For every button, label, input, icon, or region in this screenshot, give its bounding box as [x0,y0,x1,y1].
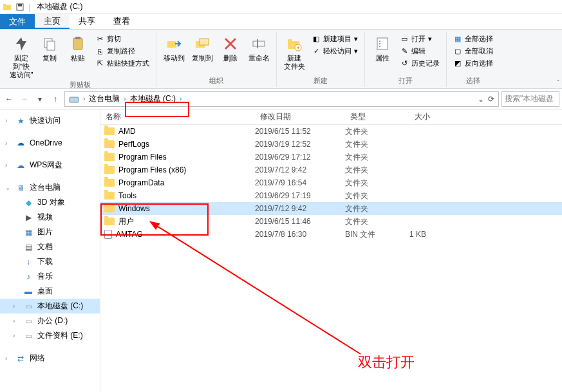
ribbon-collapse-icon[interactable]: ˆ [557,79,559,87]
file-type: 文件夹 [345,191,409,201]
sidebar-quick-access[interactable]: ›★快速访问 [0,113,100,128]
edit-button[interactable]: ✎编辑 [397,46,442,57]
paste-button[interactable]: 粘贴 [64,32,91,62]
file-name: Windows [118,204,150,213]
copy-to-button[interactable]: 复制到 [189,32,216,62]
col-size[interactable]: 大小 [409,111,461,122]
save-icon[interactable] [15,3,24,12]
sidebar-office-d[interactable]: ›▭办公 (D:) [0,313,100,328]
rename-icon [250,35,268,53]
select-group-label: 选择 [451,76,496,87]
copy-path-button[interactable]: ⎘复制路径 [93,46,152,57]
file-row[interactable]: Windows2019/7/12 9:42文件夹 [100,202,562,215]
rename-button[interactable]: 重命名 [245,32,272,62]
file-row[interactable]: PerfLogs2019/3/19 12:52文件夹 [100,138,562,151]
file-row[interactable]: AMD2019/6/15 11:52文件夹 [100,125,562,138]
sidebar-music[interactable]: ♪音乐 [0,269,100,284]
addressbar[interactable]: › 这台电脑 › 本地磁盘 (C:) › ⌄ ⟳ [64,91,499,107]
svg-rect-14 [288,39,292,42]
paste-shortcut-button[interactable]: ⇱粘贴快捷方式 [93,58,152,69]
crumb-this-pc[interactable]: 这台电脑 [86,93,122,104]
sidebar-downloads[interactable]: ↓下载 [0,254,100,269]
chevron-right-icon[interactable]: › [83,95,85,102]
file-row[interactable]: AMTAG2019/7/8 16:30BIN 文件1 KB [100,228,562,241]
sidebar-local-c[interactable]: ›▭本地磁盘 (C:) [0,299,100,313]
sidebar-this-pc[interactable]: ⌄🖥这台电脑 [0,180,100,195]
file-type: 文件夹 [345,216,409,227]
new-folder-button[interactable]: ✦ 新建 文件夹 [281,32,308,71]
properties-button[interactable]: 属性 [369,32,396,62]
pin-quick-access-button[interactable]: 固定到"快 速访问" [8,32,35,80]
open-group-label: 打开 [369,76,442,87]
sidebar-pictures[interactable]: ▦图片 [0,225,100,239]
file-date: 2019/6/29 17:19 [255,191,345,200]
sidebar-files-e[interactable]: ›▭文件资料 (E:) [0,328,100,343]
select-all-button[interactable]: ▦全部选择 [451,33,496,44]
new-folder-label: 新建 文件夹 [284,54,305,71]
file-type: BIN 文件 [345,229,409,240]
delete-button[interactable]: 删除 [217,32,244,62]
chevron-right-icon[interactable]: › [124,95,126,102]
file-row[interactable]: Tools2019/6/29 17:19文件夹 [100,189,562,202]
properties-icon [373,35,391,53]
search-input[interactable]: 搜索"本地磁盘 [501,91,559,107]
drive-icon: ▭ [23,316,33,326]
back-button[interactable]: ← [3,91,15,107]
svg-rect-5 [47,41,55,50]
pin-label: 固定到"快 速访问" [8,54,35,80]
copy-button[interactable]: 复制 [36,32,63,62]
sidebar-videos[interactable]: ▶视频 [0,210,100,225]
svg-rect-21 [70,97,79,102]
forward-button[interactable]: → [18,91,31,107]
file-pane: 名称 修改日期 类型 大小 AMD2019/6/15 11:52文件夹PerfL… [100,109,562,392]
folder-icon [104,166,115,174]
tab-share[interactable]: 共享 [70,14,104,29]
new-item-button[interactable]: ◧新建项目 ▾ [309,33,361,44]
svg-rect-7 [75,37,80,39]
address-dropdown-icon[interactable]: ⌄ [478,95,484,104]
tab-home[interactable]: 主页 [35,14,70,29]
file-list: AMD2019/6/15 11:52文件夹PerfLogs2019/3/19 1… [100,125,562,241]
ribbon-group-new: ✦ 新建 文件夹 ◧新建项目 ▾ ✓轻松访问 ▾ 新建 [277,32,365,87]
shortcut-icon: ⇱ [95,59,104,68]
file-row[interactable]: Program Files2019/6/29 17:12文件夹 [100,151,562,163]
copy-label: 复制 [42,54,57,62]
select-all-icon: ▦ [453,35,462,44]
svg-rect-3 [18,4,22,6]
sidebar-desktop[interactable]: ▬桌面 [0,284,100,299]
select-none-button[interactable]: ▢全部取消 [451,46,496,57]
easy-access-button[interactable]: ✓轻松访问 ▾ [309,46,361,57]
sidebar-network[interactable]: ›⇄网络 [0,351,100,366]
open-button[interactable]: ▭打开 ▾ [397,33,442,44]
tab-view[interactable]: 查看 [104,14,139,29]
tab-file[interactable]: 文件 [0,14,35,29]
recent-dropdown[interactable]: ▾ [33,91,46,107]
move-to-button[interactable]: 移动到 [160,32,187,62]
sidebar-onedrive[interactable]: ›☁OneDrive [0,136,100,150]
sidebar-documents[interactable]: ▤文档 [0,239,100,254]
svg-point-19 [379,43,380,44]
file-row[interactable]: 用户2019/6/15 11:46文件夹 [100,215,562,228]
file-row[interactable]: Program Files (x86)2019/7/12 9:42文件夹 [100,163,562,176]
svg-text:✦: ✦ [296,45,301,51]
crumb-local-disk-c[interactable]: 本地磁盘 (C:) [127,93,178,104]
refresh-icon[interactable]: ⟳ [488,95,494,104]
sidebar-3d-objects[interactable]: ◆3D 对象 [0,195,100,210]
col-type[interactable]: 类型 [345,111,409,122]
chevron-right-icon[interactable]: › [180,95,182,102]
up-button[interactable]: ↑ [49,91,62,107]
col-name[interactable]: 名称 [100,111,255,122]
sidebar-wps[interactable]: ›☁WPS网盘 [0,158,100,173]
invert-selection-button[interactable]: ◩反向选择 [451,58,496,69]
history-button[interactable]: ↺历史记录 [397,58,442,69]
col-date[interactable]: 修改日期 [255,111,345,122]
file-name: AMTAG [116,230,143,239]
svg-rect-17 [377,38,388,50]
file-row[interactable]: ProgramData2019/7/9 16:54文件夹 [100,176,562,189]
x-icon [221,35,239,53]
file-name: ProgramData [118,178,164,187]
desktop-icon: ▬ [23,286,33,297]
cut-button[interactable]: ✂剪切 [93,33,152,44]
file-date: 2019/6/15 11:52 [255,127,345,136]
rename-label: 重命名 [248,54,270,62]
